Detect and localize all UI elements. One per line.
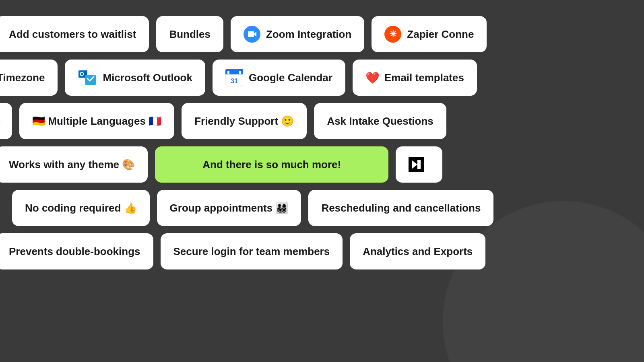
rescheduling-label: Rescheduling and cancellations: [321, 202, 481, 214]
klaviyo-pill[interactable]: [396, 146, 442, 183]
gcal-icon: 31: [225, 69, 243, 86]
email-label: Email templates: [384, 72, 464, 84]
intake-label: Ask Intake Questions: [327, 115, 433, 128]
secure-login-label: Secure login for team members: [173, 245, 330, 258]
zoom-pill[interactable]: Zoom Integration: [231, 16, 364, 52]
gcal-label: Google Calendar: [249, 72, 332, 84]
email-icon: ❤️: [365, 71, 380, 84]
no-coding-pill[interactable]: No coding required 👍: [12, 190, 150, 226]
feature-row-5: No coding required 👍 Group appointments …: [12, 190, 644, 226]
uptime-pill[interactable]: b Uptime: [0, 103, 12, 139]
no-coding-label: No coding required 👍: [25, 202, 137, 214]
zapier-icon: ✳: [384, 26, 401, 43]
svg-rect-11: [239, 71, 241, 74]
outlook-pill[interactable]: O Microsoft Outlook: [65, 60, 205, 96]
more-pill[interactable]: And there is so much more!: [155, 146, 388, 183]
svg-rect-10: [227, 71, 229, 74]
timezone-label: ock Timezone: [0, 72, 45, 84]
support-pill[interactable]: Friendly Support 🙂: [182, 103, 307, 139]
outlook-label: Microsoft Outlook: [103, 72, 192, 84]
feature-row-6: Prevents double-bookings Secure login fo…: [0, 233, 644, 269]
klaviyo-icon: [409, 157, 424, 172]
no-double-pill[interactable]: Prevents double-bookings: [0, 233, 153, 269]
zoom-icon: [244, 26, 260, 43]
timezone-pill[interactable]: ock Timezone: [0, 60, 58, 96]
theme-pill[interactable]: Works with any theme 🎨: [0, 146, 148, 183]
add-waitlist-pill[interactable]: Add customers to waitlist: [0, 16, 149, 52]
theme-label: Works with any theme 🎨: [9, 158, 135, 171]
svg-text:O: O: [80, 71, 84, 77]
secure-login-pill[interactable]: Secure login for team members: [161, 233, 343, 269]
bundles-label: Bundles: [169, 28, 211, 41]
zapier-label: Zapier Conne: [407, 28, 474, 41]
support-label: Friendly Support 🙂: [194, 115, 294, 128]
feature-row-3: b Uptime 🇩🇪 Multiple Languages 🇫🇷 Friend…: [0, 103, 644, 139]
languages-label: 🇩🇪 Multiple Languages 🇫🇷: [32, 115, 161, 128]
feature-grid: Add customers to waitlist Bundles Zoom I…: [0, 0, 644, 286]
group-appt-label: Group appointments 👨‍👩‍👧‍👦: [170, 202, 289, 214]
gcal-pill[interactable]: 31 Google Calendar: [213, 60, 345, 96]
languages-pill[interactable]: 🇩🇪 Multiple Languages 🇫🇷: [19, 103, 174, 139]
outlook-icon: O: [78, 68, 97, 87]
rescheduling-pill[interactable]: Rescheduling and cancellations: [308, 190, 493, 226]
more-label: And there is so much more!: [202, 158, 341, 171]
feature-row-1: Add customers to waitlist Bundles Zoom I…: [0, 16, 644, 52]
group-appt-pill[interactable]: Group appointments 👨‍👩‍👧‍👦: [157, 190, 301, 226]
bundles-pill[interactable]: Bundles: [156, 16, 223, 52]
email-pill[interactable]: ❤️ Email templates: [353, 60, 477, 96]
intake-pill[interactable]: Ask Intake Questions: [314, 103, 446, 139]
analytics-label: Analytics and Exports: [363, 245, 473, 258]
svg-rect-15: [417, 160, 421, 169]
feature-row-2: ock Timezone O: [0, 60, 644, 96]
add-waitlist-label: Add customers to waitlist: [9, 28, 136, 41]
analytics-pill[interactable]: Analytics and Exports: [350, 233, 485, 269]
svg-text:✳: ✳: [389, 29, 397, 39]
feature-row-4: Works with any theme 🎨 And there is so m…: [0, 146, 644, 183]
zapier-pill[interactable]: ✳ Zapier Conne: [372, 16, 487, 52]
uptime-label: b Uptime: [0, 115, 0, 128]
zoom-label: Zoom Integration: [266, 28, 351, 41]
no-double-label: Prevents double-bookings: [9, 245, 140, 258]
svg-text:31: 31: [231, 78, 238, 84]
